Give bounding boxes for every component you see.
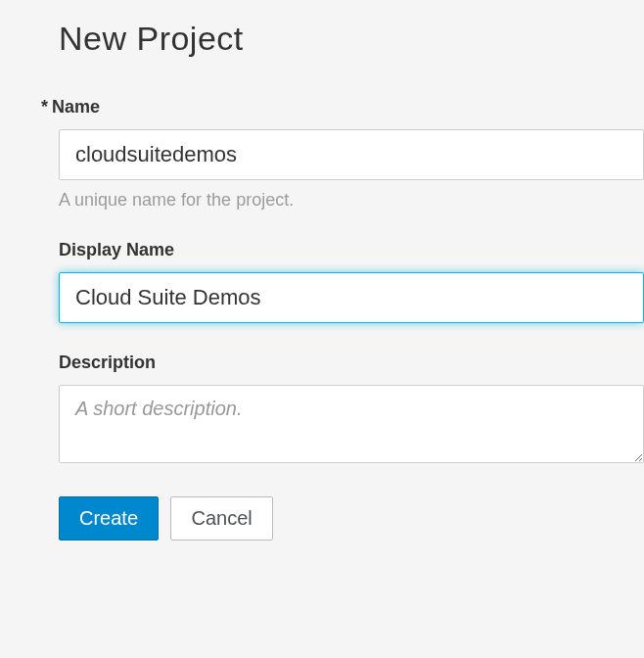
name-field-group: *Name A unique name for the project. [59, 97, 644, 211]
page-title: New Project [59, 20, 644, 58]
name-help-text: A unique name for the project. [59, 190, 644, 211]
name-input[interactable] [59, 129, 644, 180]
name-label-text: Name [52, 97, 100, 117]
display-name-input[interactable] [59, 272, 644, 323]
description-label: Description [59, 352, 644, 373]
create-button[interactable]: Create [59, 496, 159, 540]
button-row: Create Cancel [59, 496, 644, 540]
cancel-button[interactable]: Cancel [170, 496, 272, 540]
display-name-field-group: Display Name [59, 240, 644, 323]
description-field-group: Description [59, 352, 644, 467]
description-textarea[interactable] [59, 385, 644, 463]
display-name-label: Display Name [59, 240, 644, 260]
required-marker: * [41, 97, 48, 117]
new-project-form: New Project *Name A unique name for the … [0, 0, 644, 540]
name-label: *Name [41, 97, 644, 118]
